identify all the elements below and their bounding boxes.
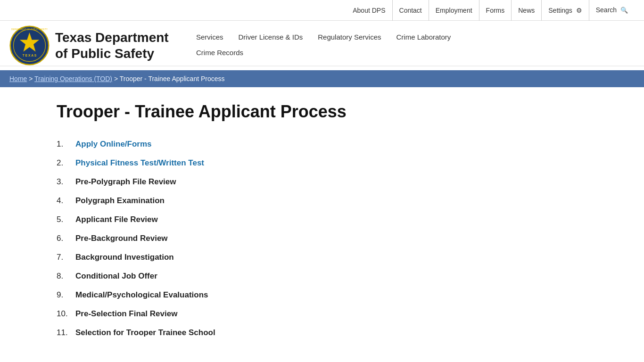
breadcrumb-separator-1: > [29, 75, 34, 82]
page-title: Trooper - Trainee Applicant Process [57, 101, 587, 122]
nav-driver-license[interactable]: Driver License & IDs [231, 29, 311, 45]
search-label: Search [596, 6, 617, 14]
main-nav: Services Driver License & IDs Regulatory… [189, 25, 458, 60]
dps-seal: T E X A S DEPARTMENT OF PUBLIC SAFETY [9, 25, 50, 66]
nav-row-1: Services Driver License & IDs Regulatory… [189, 29, 458, 45]
breadcrumb: Home > Training Operations (TOD) > Troop… [0, 70, 644, 87]
main-content: Trooper - Trainee Applicant Process 1.Ap… [0, 87, 644, 361]
nav-row-2: Crime Records [189, 45, 458, 60]
svg-text:DEPARTMENT OF PUBLIC SAFETY: DEPARTMENT OF PUBLIC SAFETY [11, 28, 48, 31]
step-text-5: Applicant File Review [75, 215, 158, 224]
nav-services[interactable]: Services [189, 29, 231, 45]
header-wrapper: T E X A S DEPARTMENT OF PUBLIC SAFETY Te… [0, 21, 644, 66]
header: T E X A S DEPARTMENT OF PUBLIC SAFETY Te… [0, 21, 644, 66]
step-text-11: Selection for Trooper Trainee School [75, 328, 215, 337]
step-text-4: Polygraph Examination [75, 196, 165, 206]
process-step-10: 10.Pre-Selection Final Review [57, 304, 587, 323]
breadcrumb-tod[interactable]: Training Operations (TOD) [34, 75, 112, 82]
about-dps-link[interactable]: About DPS [346, 0, 392, 21]
step-text-2[interactable]: Physical Fitness Test/Written Test [75, 158, 204, 168]
process-step-6: 6.Pre-Background Review [57, 229, 587, 248]
step-text-1[interactable]: Apply Online/Forms [75, 140, 152, 149]
svg-text:T E X A S: T E X A S [23, 54, 37, 57]
process-step-1[interactable]: 1.Apply Online/Forms [57, 135, 587, 154]
top-bar: About DPS Contact Employment Forms News … [0, 0, 644, 21]
process-step-5: 5.Applicant File Review [57, 210, 587, 229]
search-icon [620, 6, 628, 14]
process-step-8: 8.Conditional Job Offer [57, 267, 587, 286]
process-step-2[interactable]: 2.Physical Fitness Test/Written Test [57, 154, 587, 173]
org-logo-link[interactable]: T E X A S DEPARTMENT OF PUBLIC SAFETY Te… [9, 25, 189, 66]
news-link[interactable]: News [512, 0, 542, 21]
step-text-7: Background Investigation [75, 253, 174, 262]
breadcrumb-separator-2: > [114, 75, 120, 82]
search-link[interactable]: Search [589, 0, 635, 21]
step-number-10: 10. [57, 309, 75, 319]
step-text-3: Pre-Polygraph File Review [75, 177, 176, 187]
settings-label: Settings [548, 7, 572, 14]
contact-link[interactable]: Contact [393, 0, 429, 21]
step-number-11: 11. [57, 328, 75, 337]
step-number-7: 7. [57, 253, 75, 262]
breadcrumb-current: Trooper - Trainee Applicant Process [120, 75, 225, 82]
process-step-7: 7.Background Investigation [57, 248, 587, 267]
step-number-8: 8. [57, 272, 75, 281]
process-step-4: 4.Polygraph Examination [57, 191, 587, 210]
process-list: 1.Apply Online/Forms2.Physical Fitness T… [57, 135, 587, 342]
step-text-8: Conditional Job Offer [75, 272, 157, 281]
step-number-5: 5. [57, 215, 75, 224]
employment-link[interactable]: Employment [429, 0, 479, 21]
process-step-9: 9.Medical/Psychological Evaluations [57, 286, 587, 304]
breadcrumb-home[interactable]: Home [9, 75, 27, 82]
org-name: Texas Department of Public Safety [55, 30, 169, 61]
nav-regulatory[interactable]: Regulatory Services [310, 29, 388, 45]
step-text-6: Pre-Background Review [75, 234, 168, 243]
nav-crime-records[interactable]: Crime Records [189, 45, 251, 60]
process-step-3: 3.Pre-Polygraph File Review [57, 173, 587, 191]
nav-crime-lab[interactable]: Crime Laboratory [388, 29, 458, 45]
step-text-10: Pre-Selection Final Review [75, 309, 177, 319]
gear-icon [576, 7, 582, 14]
step-number-1: 1. [57, 140, 75, 149]
step-number-4: 4. [57, 196, 75, 206]
step-number-2: 2. [57, 158, 75, 168]
step-number-3: 3. [57, 177, 75, 187]
step-number-9: 9. [57, 290, 75, 300]
settings-link[interactable]: Settings [542, 0, 589, 21]
forms-link[interactable]: Forms [479, 0, 512, 21]
step-text-9: Medical/Psychological Evaluations [75, 290, 208, 300]
process-step-11: 11.Selection for Trooper Trainee School [57, 323, 587, 342]
step-number-6: 6. [57, 234, 75, 243]
